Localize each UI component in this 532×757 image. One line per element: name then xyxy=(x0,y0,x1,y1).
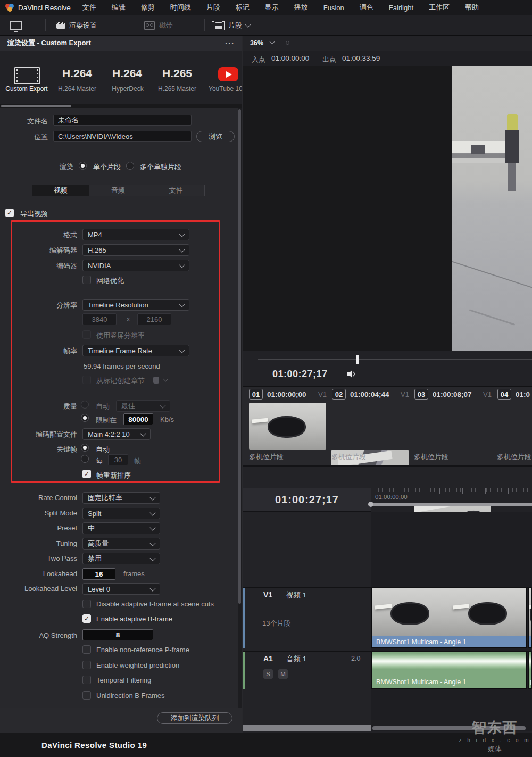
menu-item-fusion[interactable]: Fusion xyxy=(323,4,344,12)
resolution-height-input[interactable]: 2160 xyxy=(137,313,171,325)
a1-track-id[interactable]: A1 xyxy=(263,654,273,663)
aq-strength-input[interactable]: 8 xyxy=(82,629,153,640)
scrub-playhead[interactable] xyxy=(356,355,359,364)
frame-reordering-checkbox[interactable] xyxy=(82,470,91,478)
render-single-radio[interactable] xyxy=(79,162,87,170)
quality-restrict-radio[interactable] xyxy=(81,414,89,422)
clip-number-badge[interactable]: 01 xyxy=(249,389,263,400)
preset-youtube-label[interactable]: YouTube 108 xyxy=(209,85,242,93)
lookahead-input[interactable]: 16 xyxy=(82,568,115,580)
menu-item-workspace[interactable]: 工作区 xyxy=(429,3,450,12)
enable-adaptive-bframe-checkbox[interactable] xyxy=(82,614,91,623)
menu-item-playback[interactable]: 播放 xyxy=(294,3,308,12)
menu-item-view[interactable]: 显示 xyxy=(265,3,279,12)
preset-h265-master-big[interactable]: H.265 xyxy=(162,67,193,80)
temporal-filtering-checkbox[interactable] xyxy=(82,676,91,684)
menu-item-edit[interactable]: 编辑 xyxy=(112,3,126,12)
disable-adaptive-iframe-checkbox[interactable] xyxy=(82,600,91,608)
unidirection-bframes-checkbox[interactable] xyxy=(82,691,91,700)
scrub-bar[interactable] xyxy=(258,359,532,360)
render-individual-radio[interactable] xyxy=(126,162,134,170)
export-video-checkbox[interactable] xyxy=(5,209,14,217)
panel-scrollbar-thumb[interactable] xyxy=(238,109,241,604)
enable-nonref-pframe-checkbox[interactable] xyxy=(82,645,91,654)
menu-item-help[interactable]: 帮助 xyxy=(465,3,479,12)
tab-audio[interactable]: 音频 xyxy=(89,185,147,196)
preset-custom-export[interactable] xyxy=(14,67,40,84)
tab-file[interactable]: 文件 xyxy=(147,185,205,196)
menu-item-clip[interactable]: 片段 xyxy=(206,3,220,12)
preset-h264-master-label[interactable]: H.264 Master xyxy=(55,85,99,93)
preset-hyperdeck-label[interactable]: HyperDeck xyxy=(109,85,147,93)
network-optimization-checkbox[interactable] xyxy=(82,276,91,284)
v1-track-id[interactable]: V1 xyxy=(263,590,272,599)
quality-best-dropdown[interactable]: 最佳 xyxy=(116,400,170,412)
track-header-scrollbar[interactable] xyxy=(243,725,371,731)
tape-button[interactable]: 磁带 xyxy=(144,15,173,36)
menu-app-name[interactable]: DaVinci Resolve xyxy=(18,4,71,12)
quality-auto-radio[interactable] xyxy=(81,401,89,409)
keyframes-every-radio[interactable] xyxy=(81,455,89,463)
render-single-label[interactable]: 单个片段 xyxy=(93,162,121,172)
clip-view-button[interactable]: 片段 xyxy=(212,15,250,36)
preset-custom-label[interactable]: Custom Export xyxy=(4,85,49,93)
preset-youtube[interactable] xyxy=(218,67,238,81)
chapters-from-markers-checkbox[interactable] xyxy=(82,376,91,384)
two-pass-dropdown[interactable]: 禁用 xyxy=(82,553,160,564)
preset-h264-master-big[interactable]: H.264 xyxy=(62,67,93,80)
filename-input[interactable]: 未命名 xyxy=(53,115,192,126)
frame-reordering-label: 帧重新排序 xyxy=(96,471,131,480)
clip-number-badge[interactable]: 04 xyxy=(497,389,511,400)
clip-number-badge[interactable]: 02 xyxy=(332,389,346,400)
render-individual-label[interactable]: 多个单独片段 xyxy=(140,162,181,172)
menu-item-mark[interactable]: 标记 xyxy=(236,3,250,12)
enable-weighted-prediction-checkbox[interactable] xyxy=(82,661,91,669)
keyframes-auto-radio[interactable] xyxy=(81,444,89,452)
solo-button[interactable]: S xyxy=(263,669,273,679)
v1-timeline-clip[interactable]: BMWShot1 Multicam - Angle 1 xyxy=(371,588,527,648)
preset-scrollbar-thumb[interactable] xyxy=(1,105,71,107)
a1-timeline-clip-next[interactable]: B xyxy=(528,652,532,689)
resolution-dropdown[interactable]: Timeline Resolution xyxy=(82,299,189,311)
clip-number-badge[interactable]: 03 xyxy=(414,389,428,400)
a1-track-name[interactable]: 音频 1 xyxy=(286,654,306,664)
split-mode-dropdown[interactable]: Split xyxy=(82,508,160,519)
timeline-zoom-band[interactable] xyxy=(371,503,532,506)
mute-button[interactable]: M xyxy=(278,669,288,679)
v1-track-name[interactable]: 视频 1 xyxy=(286,590,306,600)
marker-color-icon[interactable] xyxy=(153,377,159,384)
preset-h265-master-label[interactable]: H.265 Master xyxy=(155,85,199,93)
viewer-zoom-dropdown[interactable]: 36% xyxy=(250,39,263,47)
timeline-zoom-handle[interactable] xyxy=(368,502,373,507)
codec-dropdown[interactable]: H.265 xyxy=(82,244,189,256)
speaker-icon[interactable] xyxy=(347,370,357,378)
clean-feed-button[interactable] xyxy=(10,15,22,36)
menu-item-timeline[interactable]: 时间线 xyxy=(170,3,191,12)
preset-hyperdeck-big[interactable]: H.264 xyxy=(112,67,143,80)
browse-button[interactable]: 浏览 xyxy=(196,131,235,142)
tuning-dropdown[interactable]: 高质量 xyxy=(82,538,160,550)
encoding-profile-dropdown[interactable]: Main 4:2:2 10 xyxy=(82,428,151,440)
panel-options-button[interactable]: ··· xyxy=(225,39,235,48)
v1-timeline-clip-next[interactable]: B xyxy=(528,588,532,648)
keyframes-interval-input[interactable]: 30 xyxy=(108,454,128,465)
vertical-resolution-checkbox[interactable] xyxy=(82,330,91,339)
encoder-dropdown[interactable]: NVIDIA xyxy=(82,260,189,271)
resolution-width-input[interactable]: 3840 xyxy=(82,313,117,325)
format-dropdown[interactable]: MP4 xyxy=(82,229,189,240)
menu-item-color[interactable]: 调色 xyxy=(360,3,373,12)
lookahead-level-dropdown[interactable]: Level 0 xyxy=(82,583,160,595)
rate-control-dropdown[interactable]: 固定比特率 xyxy=(82,492,160,504)
menu-item-file[interactable]: 文件 xyxy=(82,3,96,12)
tab-video[interactable]: 视频 xyxy=(32,185,89,196)
a1-timeline-clip[interactable]: BMWShot1 Multicam - Angle 1 xyxy=(371,652,527,689)
bitrate-input[interactable]: 80000 xyxy=(123,413,153,425)
framerate-dropdown[interactable]: Timeline Frame Rate xyxy=(82,345,189,356)
render-settings-button[interactable]: 渲染设置 xyxy=(56,15,97,36)
menu-item-trim[interactable]: 修剪 xyxy=(141,3,155,12)
clip-thumbnail[interactable] xyxy=(249,403,326,450)
menu-item-fairlight[interactable]: Fairlight xyxy=(389,4,413,12)
location-input[interactable]: C:\Users\NVIDIA\Videos xyxy=(53,131,192,142)
preset-dropdown[interactable]: 中 xyxy=(82,522,160,534)
add-to-render-queue-button[interactable]: 添加到渲染队列 xyxy=(157,712,232,724)
